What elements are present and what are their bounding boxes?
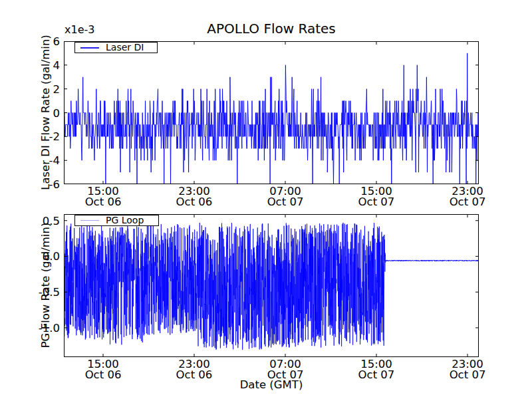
- legend-line-sample-icon: [80, 47, 99, 49]
- x-tick-label: 15:00Oct 06: [85, 186, 122, 207]
- y-tick-label: 0: [29, 107, 60, 118]
- pg-loop-line: [65, 223, 479, 350]
- x-tick-date: Oct 07: [267, 370, 304, 380]
- x-tick-date: Oct 06: [176, 197, 213, 207]
- y-tick-label: 4: [29, 59, 60, 70]
- x-tick-label: 23:00Oct 07: [450, 359, 486, 380]
- x-tick-label: 07:00Oct 07: [267, 359, 304, 380]
- y-tick-label: -2: [29, 131, 60, 142]
- laser-di-legend-label: Laser DI: [106, 43, 144, 53]
- pg-loop-legend: PG Loop: [74, 215, 159, 226]
- y-axis-offset-label: x1e-3: [65, 24, 94, 35]
- y-tick-label: 2: [29, 83, 60, 94]
- x-tick-date: Oct 06: [176, 370, 213, 380]
- x-tick-date: Oct 06: [85, 197, 122, 207]
- x-tick-date: Oct 06: [85, 370, 122, 380]
- x-tick-date: Oct 07: [358, 370, 395, 380]
- x-tick-date: Oct 07: [267, 197, 304, 207]
- x-tick-label: 07:00Oct 07: [267, 186, 304, 207]
- y-tick-label: -0.5: [29, 287, 60, 298]
- laser-di-legend: Laser DI: [74, 42, 158, 53]
- figure-canvas: APOLLO Flow Rates x1e-3 Laser DI Flow Ra…: [0, 0, 532, 399]
- pg-loop-legend-label: PG Loop: [106, 215, 144, 225]
- laser-di-line: [65, 53, 479, 184]
- x-tick-date: Oct 07: [358, 197, 395, 207]
- x-tick-label: 23:00Oct 06: [176, 359, 213, 380]
- x-tick-label: 23:00Oct 07: [450, 186, 486, 207]
- x-tick-label: 15:00Oct 07: [358, 186, 395, 207]
- x-tick-label: 15:00Oct 06: [85, 359, 122, 380]
- y-tick-label: 6: [29, 36, 60, 47]
- y-tick-label: -6: [29, 179, 60, 190]
- y-tick-label: -1.0: [29, 322, 60, 333]
- chart-title: APOLLO Flow Rates: [64, 22, 479, 36]
- x-tick-label: 23:00Oct 06: [176, 186, 213, 207]
- x-tick-label: 15:00Oct 07: [358, 359, 395, 380]
- pg-loop-plot-area: [64, 214, 479, 357]
- legend-line-sample-icon: [80, 220, 99, 221]
- y-tick-label: 0.5: [29, 215, 60, 226]
- x-tick-date: Oct 07: [450, 370, 486, 380]
- x-tick-date: Oct 07: [450, 197, 486, 207]
- laser-di-plot-area: [64, 41, 479, 184]
- y-tick-label: -4: [29, 155, 60, 166]
- y-tick-label: 0.0: [29, 251, 60, 262]
